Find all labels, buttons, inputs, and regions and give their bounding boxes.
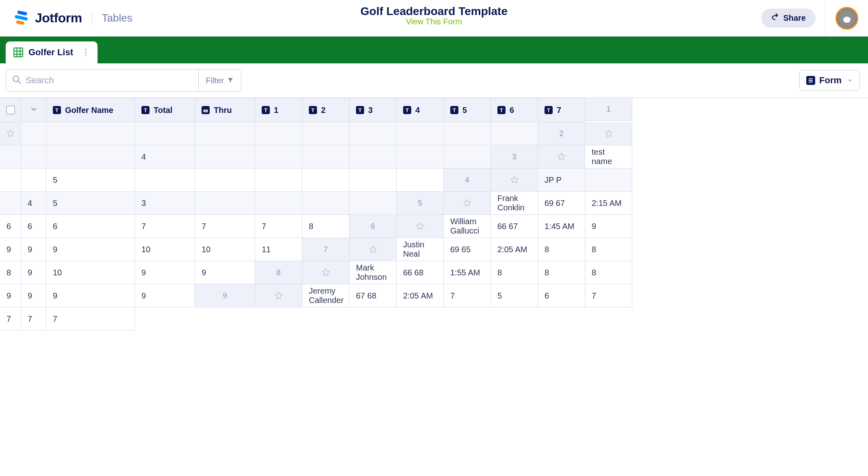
cell-hole[interactable] xyxy=(195,169,255,192)
column-header[interactable]: T4 xyxy=(397,98,444,122)
cell-thru[interactable]: 2:05 AM xyxy=(397,284,444,307)
row-star[interactable] xyxy=(538,145,585,169)
row-star[interactable] xyxy=(302,261,349,284)
cell-total[interactable] xyxy=(21,145,46,169)
cell-hole[interactable] xyxy=(444,145,491,169)
cell-hole[interactable]: 8 xyxy=(538,238,585,261)
cell-hole[interactable] xyxy=(349,169,397,192)
cell-hole[interactable]: 7 xyxy=(21,307,46,331)
cell-total[interactable] xyxy=(585,169,632,192)
cell-hole[interactable] xyxy=(302,192,349,215)
cell-hole[interactable] xyxy=(302,169,349,192)
cell-hole[interactable]: 7 xyxy=(135,215,195,238)
cell-total[interactable]: 69 67 xyxy=(538,192,585,215)
cell-hole[interactable] xyxy=(195,192,255,215)
cell-hole[interactable] xyxy=(195,122,255,145)
checkbox-icon[interactable] xyxy=(6,106,15,115)
form-view-button[interactable]: Form xyxy=(799,70,860,91)
cell-hole[interactable]: 9 xyxy=(135,284,195,307)
cell-hole[interactable] xyxy=(302,122,349,145)
cell-hole[interactable]: 9 xyxy=(21,261,46,284)
row-number[interactable]: 5 xyxy=(397,192,444,215)
kebab-icon[interactable]: ⋮ xyxy=(81,47,90,58)
row-star[interactable] xyxy=(397,215,444,238)
cell-hole[interactable]: 8 xyxy=(538,261,585,284)
cell-hole[interactable]: 7 xyxy=(46,307,135,331)
cell-hole[interactable]: 5 xyxy=(46,169,135,192)
column-header[interactable]: T7 xyxy=(538,98,585,122)
cell-hole[interactable] xyxy=(255,122,302,145)
cell-hole[interactable] xyxy=(444,122,491,145)
cell-hole[interactable]: 6 xyxy=(46,215,135,238)
cell-golfer-name[interactable] xyxy=(0,145,21,169)
cell-hole[interactable]: 7 xyxy=(585,284,632,307)
cell-hole[interactable]: 7 xyxy=(195,215,255,238)
column-header[interactable]: T5 xyxy=(444,98,491,122)
cell-hole[interactable] xyxy=(255,192,302,215)
filter-button[interactable]: Filter xyxy=(198,69,241,91)
cell-hole[interactable]: 9 xyxy=(46,238,135,261)
cell-hole[interactable]: 5 xyxy=(46,192,135,215)
cell-hole[interactable]: 9 xyxy=(21,284,46,307)
cell-thru[interactable] xyxy=(135,122,195,145)
view-form-link[interactable]: View This Form xyxy=(406,17,462,26)
row-number[interactable]: 8 xyxy=(255,261,302,284)
cell-hole[interactable]: 3 xyxy=(135,192,195,215)
cell-golfer-name[interactable] xyxy=(21,122,46,145)
cell-total[interactable]: 66 67 xyxy=(491,215,538,238)
cell-hole[interactable]: 8 xyxy=(585,238,632,261)
cell-total[interactable] xyxy=(46,122,135,145)
cell-hole[interactable]: 4 xyxy=(135,145,195,169)
cell-hole[interactable]: 4 xyxy=(21,192,46,215)
cell-hole[interactable]: 10 xyxy=(46,261,135,284)
cell-hole[interactable]: 9 xyxy=(195,261,255,284)
cell-hole[interactable]: 5 xyxy=(491,284,538,307)
row-number[interactable]: 1 xyxy=(585,98,632,121)
column-header[interactable]: TTotal xyxy=(135,98,195,122)
cell-hole[interactable] xyxy=(397,122,444,145)
cell-golfer-name[interactable]: Frank Conklin xyxy=(491,192,538,215)
cell-thru[interactable]: 2:15 AM xyxy=(585,192,632,215)
cell-hole[interactable]: 7 xyxy=(0,307,21,331)
cell-hole[interactable]: 9 xyxy=(21,238,46,261)
cell-hole[interactable] xyxy=(302,145,349,169)
cell-hole[interactable]: 9 xyxy=(0,284,21,307)
column-header[interactable]: TGolfer Name xyxy=(46,98,135,122)
cell-hole[interactable] xyxy=(397,145,444,169)
cell-hole[interactable]: 7 xyxy=(444,284,491,307)
cell-hole[interactable]: 11 xyxy=(255,238,302,261)
cell-hole[interactable]: 10 xyxy=(195,238,255,261)
row-star[interactable] xyxy=(585,122,632,145)
cell-hole[interactable] xyxy=(349,145,397,169)
cell-golfer-name[interactable]: Mark Johnson xyxy=(349,261,397,284)
cell-thru[interactable] xyxy=(46,145,135,169)
cell-hole[interactable] xyxy=(135,169,195,192)
row-star[interactable] xyxy=(349,238,397,261)
column-header[interactable]: T3 xyxy=(349,98,397,122)
cell-thru[interactable] xyxy=(21,169,46,192)
row-number[interactable]: 2 xyxy=(538,122,585,145)
cell-hole[interactable]: 7 xyxy=(255,215,302,238)
row-star[interactable] xyxy=(444,192,491,215)
cell-golfer-name[interactable]: Justin Neal xyxy=(397,238,444,261)
row-number[interactable]: 9 xyxy=(195,284,255,307)
row-number[interactable]: 7 xyxy=(302,238,349,261)
cell-hole[interactable] xyxy=(349,122,397,145)
cell-hole[interactable] xyxy=(255,169,302,192)
expand-all-header[interactable] xyxy=(21,98,46,122)
row-number[interactable]: 4 xyxy=(444,169,491,192)
cell-hole[interactable]: 8 xyxy=(302,215,349,238)
brand-logo[interactable]: Jotform xyxy=(12,9,82,28)
cell-hole[interactable]: 6 xyxy=(0,215,21,238)
tab-golfer-list[interactable]: Golfer List ⋮ xyxy=(6,41,98,63)
cell-total[interactable]: 66 68 xyxy=(397,261,444,284)
cell-hole[interactable]: 10 xyxy=(135,238,195,261)
cell-hole[interactable]: 8 xyxy=(0,261,21,284)
row-number[interactable]: 3 xyxy=(491,145,538,169)
product-name[interactable]: Tables xyxy=(102,12,132,24)
cell-hole[interactable]: 9 xyxy=(0,238,21,261)
column-header[interactable]: T6 xyxy=(491,98,538,122)
cell-hole[interactable]: 9 xyxy=(585,215,632,238)
cell-golfer-name[interactable]: Jeremy Callender xyxy=(302,284,349,307)
cell-hole[interactable]: 6 xyxy=(538,284,585,307)
